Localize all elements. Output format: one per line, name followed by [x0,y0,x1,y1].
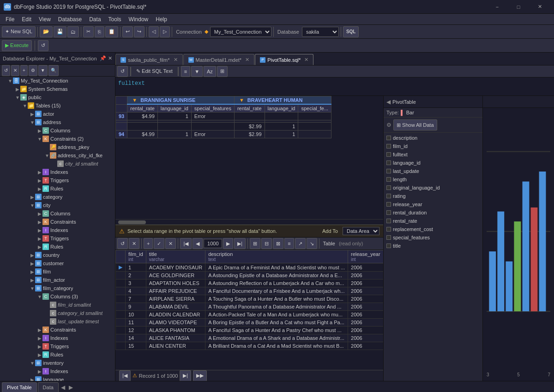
field-checkbox[interactable] [386,210,391,215]
tab-pivot[interactable]: P PivotTable.sql* ✕ [255,54,313,65]
tree-item-inventory-indexes[interactable]: ▶ I Indexes [0,367,115,375]
tab-sakila-film[interactable]: S sakila_public_film* ✕ [115,54,183,65]
field-checkbox[interactable] [386,144,391,148]
refresh-tree-button[interactable]: ↺ [2,65,10,76]
field-checkbox[interactable] [386,177,391,182]
menu-data[interactable]: Data [85,15,104,24]
col-header-title[interactable]: titlevarchar [146,250,205,263]
field-checkbox[interactable] [386,160,391,165]
field-checkbox[interactable] [386,185,391,190]
field-release-year[interactable]: release_year [385,200,482,208]
table-row[interactable]: 15 ALIEN CENTER A Brilliant Drama of a C… [116,342,384,350]
open-button[interactable]: 📂 [40,26,53,37]
minimize-button[interactable]: − [487,0,508,14]
tree-item-address-triggers[interactable]: ▶ T Triggers [0,176,115,184]
form-view-button[interactable]: ⊟ [261,238,272,249]
tree-item-film[interactable]: ▶ ⊞ film [0,267,115,276]
refresh-button[interactable]: ↺ [38,40,48,51]
menu-view[interactable]: View [35,15,54,24]
table-row[interactable]: 12 ALASKA PHANTOM A Fanciful Saga of a H… [116,327,384,334]
tree-item-customer[interactable]: ▶ ⊞ customer [0,259,115,267]
tab-close-btn[interactable]: ✕ [245,57,249,63]
db-explorer-close[interactable]: ✕ [108,55,112,61]
tab-close-btn[interactable]: ✕ [174,57,178,63]
page-size-input[interactable] [204,239,222,248]
maximize-button[interactable]: □ [508,0,529,14]
table-row[interactable]: 14 ALICE FANTASIA A Emotional Drama of a… [116,334,384,342]
append-row-button[interactable]: + [144,238,153,249]
field-checkbox[interactable] [386,235,391,240]
table-row[interactable]: ▶ 1 ACADEMY DINOSAUR A Epic Drama of a F… [116,263,384,272]
pivot-scrollbar[interactable] [115,219,383,225]
prev-button[interactable]: ◀ [193,238,203,249]
field-rental-duration[interactable]: rental_duration [385,208,482,217]
field-checkbox[interactable] [386,152,391,157]
data-grid[interactable]: film_idint titlevarchar descriptiontext … [115,250,383,370]
field-replacement-cost[interactable]: replacement_cost [385,225,482,233]
field-original-language-id[interactable]: original_language_id [385,184,482,192]
tree-item-city-triggers[interactable]: ▶ T Triggers [0,234,115,243]
field-length[interactable]: length [385,175,482,184]
import-button[interactable]: ↘ [307,238,317,249]
tree-item-address-constraints[interactable]: ▼ K Constraints (2) [0,135,115,143]
table-row[interactable]: 7 AIRPLANE SIERRA A Touching Saga of a H… [116,295,384,303]
add-tree-button[interactable]: + [20,65,28,76]
settings-tree-button[interactable]: ⚙ [29,65,37,76]
tree-item-city-id[interactable]: c city_id smallint [0,160,115,168]
search-tree-button[interactable]: 🔍 [48,65,59,76]
field-last-update[interactable]: last_update [385,167,482,175]
tree-item-fc-triggers[interactable]: ▶ T Triggers [0,342,115,350]
menu-help[interactable]: Help [152,15,171,24]
filter-tree-button[interactable]: ▼ [38,65,48,76]
tree-item-city-columns[interactable]: ▶ C Columns [0,209,115,218]
bottom-tab-data[interactable]: Data [38,382,59,392]
field-checkbox[interactable] [386,244,391,248]
export-button[interactable]: ↗ [295,238,306,249]
tree-item-address-rules[interactable]: ▶ R Rules [0,184,115,193]
show-all-data-button[interactable]: ⊞ Show All Data [393,119,437,131]
tree-item-fc-constraints[interactable]: ▶ K Constraints [0,326,115,334]
field-checkbox[interactable] [386,219,391,223]
table-row[interactable]: 2 ACE GOLDFINGER A Astounding Epistle of… [116,272,384,279]
close-button[interactable]: ✕ [529,0,550,14]
delete-row-button[interactable]: ✕ [165,238,176,249]
field-rental-rate[interactable]: rental_rate [385,217,482,225]
cancel-data-button[interactable]: ✕ [129,238,139,249]
grid-view-button[interactable]: ⊞ [250,238,260,249]
field-panel-collapse[interactable]: ◀ [386,99,391,105]
database-selector[interactable]: sakila [302,27,339,37]
tree-item-film-category[interactable]: ▼ ⊞ film_category [0,284,115,292]
field-rating[interactable]: rating [385,192,482,200]
tree-item-fc-last-update[interactable]: c last_update timest [0,317,115,326]
field-fulltext[interactable]: fulltext [385,150,482,159]
tab-arrow-left[interactable]: ◀ [60,384,66,391]
bottom-tab-pivot[interactable]: Pivot Table [2,382,37,392]
tree-item-fc-rules[interactable]: ▶ R Rules [0,350,115,359]
tree-item-fc-columns[interactable]: ▼ C Columns (3) [0,292,115,301]
menu-database[interactable]: Database [54,15,85,24]
back-button[interactable]: ◁ [149,26,159,37]
tree-item-fc-category-id[interactable]: c category_id smallint [0,309,115,317]
connection-selector[interactable]: My_Test_Connection [210,27,271,37]
forward-button[interactable]: ▷ [160,26,170,37]
tree-item-fc-indexes[interactable]: ▶ I Indexes [0,334,115,342]
col-header-release-year[interactable]: release_yearint [348,250,383,263]
tree-item-address[interactable]: ▼ ⊞ address [0,118,115,126]
table-row[interactable]: 11 ALAMO VIDEOTAPE A Boring Epistle of a… [116,319,384,327]
group-button[interactable]: ≡ [284,238,294,249]
refresh-data-button[interactable]: ↺ [117,238,128,249]
tree-item-tables[interactable]: ▼ 📁 Tables (15) [0,101,115,110]
sort-button[interactable]: Az [204,66,216,77]
filter-button[interactable]: ▼ [191,66,203,77]
pivot-grid[interactable]: ▼ BRANNIGAN SUNRISE ▼ BRAVEHEART HUMAN [115,96,383,219]
tree-item-address-pkey[interactable]: 🔑 address_pkey [0,143,115,151]
tree-item-public[interactable]: ▼ ◈ public [0,93,115,101]
tree-item-system-schemas[interactable]: ▶ 📁 System Schemas [0,85,115,93]
field-language-id[interactable]: language_id [385,159,482,167]
tree-item-actor[interactable]: ▶ ⊞ actor [0,110,115,118]
redo-button[interactable]: ↪ [134,26,145,37]
tab-arrow-right[interactable]: ▶ [67,384,74,391]
sql-button[interactable]: SQL [343,26,359,37]
field-checkbox[interactable] [386,169,391,173]
tree-item-address-indexes[interactable]: ▶ I Indexes [0,168,115,176]
